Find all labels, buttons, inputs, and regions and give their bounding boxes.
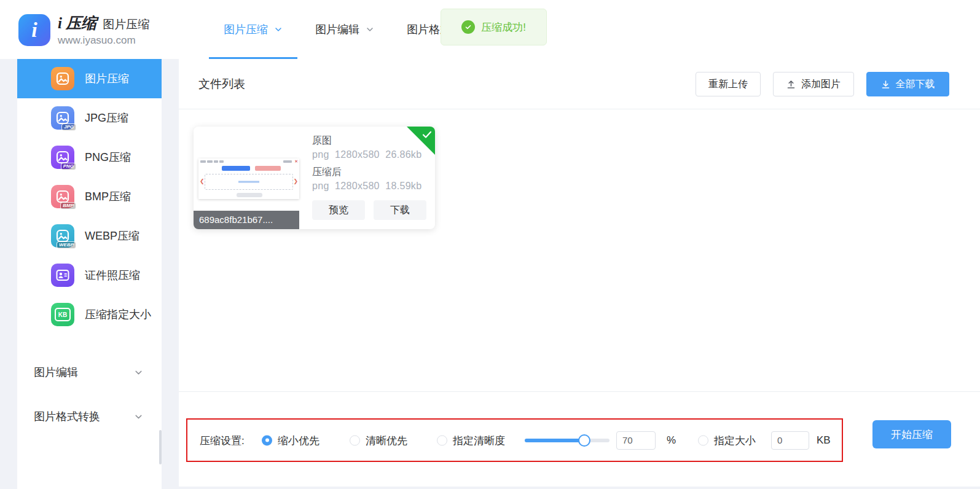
brand-subtitle: 图片压缩 [103,17,149,33]
check-circle-icon [461,20,475,34]
webp-compress-icon: WEBP [51,224,74,248]
radio-unselected-icon [437,435,447,445]
brand-name: i 压缩 [58,13,96,33]
id-photo-icon [51,264,74,287]
success-toast: 压缩成功! [441,9,547,45]
download-button[interactable]: 下载 [374,200,426,220]
start-compress-button[interactable]: 开始压缩 [872,420,951,448]
sidebar-section-image-edit[interactable]: 图片编辑 [17,350,162,394]
sidebar-section-format-convert[interactable]: 图片格式转换 [17,394,162,439]
compression-settings-box: 压缩设置: 缩小优先 清晰优先 指定清晰度 % 指定大小 KB [186,418,843,462]
percent-input[interactable] [616,431,656,450]
sidebar-item-png-compress[interactable]: PNG PNG压缩 [17,138,162,177]
sidebar: 图片压缩 JPG JPG压缩 PNG PNG压缩 BMP BMP压缩 WEBP … [17,59,162,489]
toolbar: 重新上传 添加图片 全部下载 [696,72,949,96]
check-icon [422,131,432,139]
sidebar-section-label: 图片格式转换 [34,409,100,424]
sidebar-item-label: 压缩指定大小 [85,307,151,322]
original-label: 原图 [312,135,426,147]
original-meta: png 1280x580 26.86kb [312,149,426,160]
slider-thumb[interactable] [578,434,590,447]
nav-tab-label: 图片编辑 [315,22,359,37]
chevron-down-icon [134,368,143,377]
sidebar-item-target-size-compress[interactable]: KB 压缩指定大小 [17,295,162,334]
upload-icon [786,80,796,89]
bmp-compress-icon: BMP [51,185,74,208]
sidebar-item-label: 证件照压缩 [85,268,140,283]
brand-logo[interactable]: i i 压缩 图片压缩 www.iyasuo.com [18,13,149,47]
reupload-button[interactable]: 重新上传 [696,72,761,96]
nav-tab-image-compress[interactable]: 图片压缩 [209,0,297,59]
file-card: ✕ ❮ ❯ 689ac8fb21b67.... 原图 png 1280x580 … [194,127,435,229]
toast-message: 压缩成功! [481,20,526,34]
logo-icon: i [18,14,50,46]
size-input[interactable] [771,431,809,450]
sidebar-item-label: 图片压缩 [85,71,129,86]
download-all-button[interactable]: 全部下载 [866,72,949,96]
percent-unit: % [667,434,676,447]
sidebar-item-image-compress[interactable]: 图片压缩 [17,59,162,98]
header: i i 压缩 图片压缩 www.iyasuo.com 图片压缩 图片编辑 图片格… [0,0,980,59]
sidebar-section-label: 图片编辑 [34,365,78,380]
nav-tab-label: 图片压缩 [224,22,268,37]
slider-fill [525,439,584,442]
sidebar-item-webp-compress[interactable]: WEBP WEBP压缩 [17,216,162,256]
radio-unselected-icon [698,435,708,445]
compressed-label: 压缩后 [312,166,426,179]
compressed-meta: png 1280x580 18.59kb [312,181,426,192]
size-unit: KB [817,434,831,447]
brand-url: www.iyasuo.com [58,34,149,47]
page-title: 文件列表 [198,59,245,109]
jpg-compress-icon: JPG [51,106,74,130]
radio-shrink-priority[interactable]: 缩小优先 [262,433,319,447]
sidebar-item-jpg-compress[interactable]: JPG JPG压缩 [17,98,162,138]
radio-custom-size[interactable]: 指定大小 [698,433,756,447]
chevron-down-icon [366,25,374,34]
radio-custom-clarity[interactable]: 指定清晰度 [437,433,505,447]
radio-clarity-priority[interactable]: 清晰优先 [350,433,407,447]
sidebar-item-label: BMP压缩 [85,189,131,204]
nav-tab-image-edit[interactable]: 图片编辑 [300,0,389,59]
file-thumbnail[interactable]: ✕ ❮ ❯ [198,158,299,199]
sidebar-item-id-photo-compress[interactable]: 证件照压缩 [17,256,162,295]
clarity-slider[interactable] [525,439,610,442]
main-panel: 文件列表 重新上传 添加图片 全部下载 [179,59,980,487]
download-icon [881,80,890,89]
file-name: 689ac8fb21b67.... [194,211,299,229]
radio-unselected-icon [350,435,360,445]
settings-label: 压缩设置: [200,433,245,447]
sidebar-item-bmp-compress[interactable]: BMP BMP压缩 [17,177,162,216]
sidebar-item-label: JPG压缩 [85,111,128,125]
settings-divider [179,391,980,392]
file-list-header: 文件列表 重新上传 添加图片 全部下载 [179,59,980,109]
radio-selected-icon [262,435,272,445]
chevron-down-icon [134,412,143,421]
sidebar-item-label: PNG压缩 [85,150,131,165]
add-images-button[interactable]: 添加图片 [773,72,854,96]
kb-size-icon: KB [51,303,74,326]
png-compress-icon: PNG [51,146,74,169]
sidebar-item-label: WEBP压缩 [85,229,139,243]
chevron-down-icon [274,25,283,34]
image-compress-icon [51,67,74,90]
sidebar-scrollbar[interactable] [159,430,162,464]
preview-button[interactable]: 预览 [312,200,365,220]
